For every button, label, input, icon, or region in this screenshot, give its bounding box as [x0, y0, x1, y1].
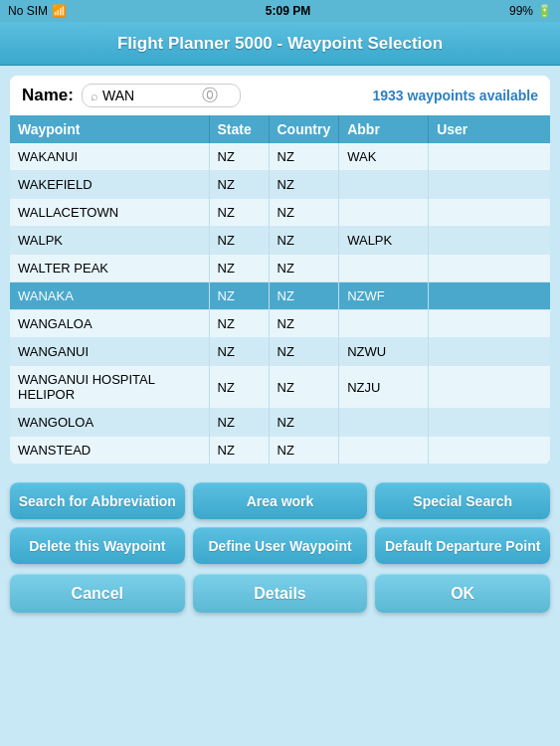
cell-user: [429, 338, 550, 366]
cell-country: NZ: [269, 310, 339, 338]
area-work-button[interactable]: Area work: [193, 482, 368, 519]
cell-country: NZ: [269, 143, 339, 171]
main-content: Name: ⌕ ⓪ 1933 waypoints available Waypo…: [10, 76, 550, 465]
status-bar: No SIM 📶 5:09 PM 99% 🔋: [0, 0, 560, 22]
table-row[interactable]: WAKEFIELDNZNZ: [10, 171, 550, 199]
cell-country: NZ: [269, 282, 339, 310]
bottom-bar: Cancel Details OK: [0, 568, 560, 621]
name-label: Name:: [22, 86, 74, 105]
default-departure-button[interactable]: Default Departure Point: [375, 527, 550, 564]
special-search-button[interactable]: Special Search: [375, 482, 550, 519]
cell-abbr: [339, 310, 429, 338]
cell-abbr: WAK: [339, 143, 429, 171]
status-time: 5:09 PM: [266, 4, 310, 18]
table-row[interactable]: WALPKNZNZWALPK: [10, 227, 550, 255]
search-icon: ⌕: [91, 89, 98, 103]
cell-waypoint: WALTER PEAK: [10, 255, 209, 282]
cell-abbr: [339, 409, 429, 437]
cell-waypoint: WALLACETOWN: [10, 199, 209, 227]
cell-abbr: NZWF: [339, 282, 429, 310]
table-header-row: Waypoint State Country Abbr User: [10, 115, 550, 143]
cell-state: NZ: [209, 143, 269, 171]
table-row[interactable]: WANAKANZNZNZWF: [10, 282, 550, 310]
col-header-waypoint: Waypoint: [10, 115, 209, 143]
cell-user: [429, 227, 550, 255]
carrier-label: No SIM: [8, 4, 48, 18]
col-header-user: User: [429, 115, 550, 143]
cell-state: NZ: [209, 282, 269, 310]
table-row[interactable]: WANSTEADNZNZ: [10, 437, 550, 465]
cell-waypoint: WANSTEAD: [10, 437, 209, 465]
define-user-waypoint-button[interactable]: Define User Waypoint: [193, 527, 368, 564]
cancel-button[interactable]: Cancel: [10, 574, 185, 613]
cell-country: NZ: [269, 366, 339, 409]
cell-user: [429, 282, 550, 310]
cell-user: [429, 255, 550, 282]
cell-user: [429, 437, 550, 465]
cell-abbr: WALPK: [339, 227, 429, 255]
cell-country: NZ: [269, 255, 339, 282]
table-body: WAKANUINZNZWAKWAKEFIELDNZNZWALLACETOWNNZ…: [10, 143, 550, 465]
buttons-area: Search for Abbreviation Area work Specia…: [0, 474, 560, 568]
wifi-icon: 📶: [52, 4, 67, 18]
battery-label: 99%: [509, 4, 533, 18]
delete-waypoint-button[interactable]: Delete this Waypoint: [10, 527, 185, 564]
search-box[interactable]: ⌕ ⓪: [82, 84, 241, 107]
cell-user: [429, 366, 550, 409]
cell-user: [429, 171, 550, 199]
cell-waypoint: WAKEFIELD: [10, 171, 209, 199]
cell-user: [429, 199, 550, 227]
cell-country: NZ: [269, 437, 339, 465]
cell-state: NZ: [209, 366, 269, 409]
cell-abbr: NZJU: [339, 366, 429, 409]
cell-state: NZ: [209, 255, 269, 282]
table-row[interactable]: WALLACETOWNNZNZ: [10, 199, 550, 227]
cell-user: [429, 310, 550, 338]
app-title: Flight Planner 5000 - Waypoint Selection: [117, 34, 443, 54]
cell-state: NZ: [209, 338, 269, 366]
cell-country: NZ: [269, 409, 339, 437]
cell-country: NZ: [269, 227, 339, 255]
cell-state: NZ: [209, 437, 269, 465]
col-header-country: Country: [269, 115, 339, 143]
cell-abbr: [339, 437, 429, 465]
search-abbreviation-button[interactable]: Search for Abbreviation: [10, 482, 185, 519]
cell-abbr: [339, 171, 429, 199]
table-row[interactable]: WANGALOANZNZ: [10, 310, 550, 338]
waypoint-table-container: Waypoint State Country Abbr User WAKANUI…: [10, 115, 550, 465]
table-row[interactable]: WAKANUINZNZWAK: [10, 143, 550, 171]
ok-button[interactable]: OK: [375, 574, 550, 613]
button-row-1: Search for Abbreviation Area work Specia…: [10, 482, 550, 519]
button-row-2: Delete this Waypoint Define User Waypoin…: [10, 527, 550, 564]
cell-state: NZ: [209, 227, 269, 255]
cell-user: [429, 143, 550, 171]
table-row[interactable]: WANGOLOANZNZ: [10, 409, 550, 437]
search-input[interactable]: [102, 88, 202, 103]
cell-abbr: NZWU: [339, 338, 429, 366]
search-row: Name: ⌕ ⓪ 1933 waypoints available: [10, 76, 550, 115]
clear-search-icon[interactable]: ⓪: [202, 88, 218, 103]
cell-waypoint: WANGANUI HOSPITAL HELIPOR: [10, 366, 209, 409]
col-header-state: State: [209, 115, 269, 143]
cell-state: NZ: [209, 199, 269, 227]
col-header-abbr: Abbr: [339, 115, 429, 143]
status-left: No SIM 📶: [8, 4, 67, 18]
cell-country: NZ: [269, 199, 339, 227]
table-row[interactable]: WANGANUINZNZNZWU: [10, 338, 550, 366]
waypoints-count: 1933 waypoints available: [372, 88, 538, 103]
cell-waypoint: WANGOLOA: [10, 409, 209, 437]
cell-state: NZ: [209, 310, 269, 338]
cell-abbr: [339, 255, 429, 282]
details-button[interactable]: Details: [193, 574, 368, 613]
cell-country: NZ: [269, 338, 339, 366]
cell-user: [429, 409, 550, 437]
cell-waypoint: WALPK: [10, 227, 209, 255]
cell-waypoint: WANGANUI: [10, 338, 209, 366]
status-right: 99% 🔋: [509, 4, 552, 18]
cell-state: NZ: [209, 171, 269, 199]
cell-waypoint: WANGALOA: [10, 310, 209, 338]
waypoint-table: Waypoint State Country Abbr User WAKANUI…: [10, 115, 550, 465]
table-row[interactable]: WALTER PEAKNZNZ: [10, 255, 550, 282]
table-row[interactable]: WANGANUI HOSPITAL HELIPORNZNZNZJU: [10, 366, 550, 409]
cell-state: NZ: [209, 409, 269, 437]
